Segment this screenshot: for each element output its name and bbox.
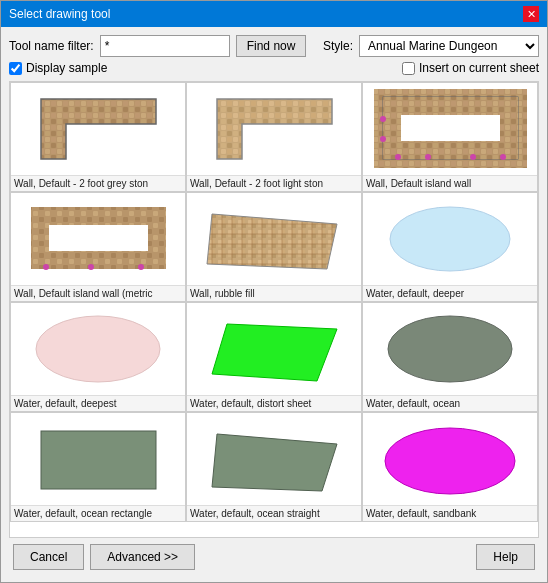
svg-rect-19 xyxy=(383,97,518,115)
svg-point-26 xyxy=(500,154,506,160)
svg-point-36 xyxy=(43,264,49,270)
tool-label-wall-island-metric: Wall, Default island wall (metric xyxy=(11,285,185,301)
svg-point-25 xyxy=(470,154,476,160)
insert-on-sheet-checkbox[interactable] xyxy=(402,62,415,75)
advanced-button[interactable]: Advanced >> xyxy=(90,544,195,570)
tool-label-wall-island: Wall, Default island wall xyxy=(363,175,537,191)
insert-checkbox-label: Insert on current sheet xyxy=(402,61,539,75)
svg-point-53 xyxy=(385,428,515,494)
tool-preview-water-deeper xyxy=(363,193,537,285)
tools-grid: Wall, Default - 2 foot grey ston xyxy=(10,82,538,522)
dialog-content: Tool name filter: Find now Style: Annual… xyxy=(1,27,547,582)
tool-item-water-deepest[interactable]: Water, default, deepest xyxy=(10,302,186,412)
display-sample-label: Display sample xyxy=(9,61,107,75)
tool-label-wall-grey: Wall, Default - 2 foot grey ston xyxy=(11,175,185,191)
svg-point-50 xyxy=(388,316,512,382)
style-label: Style: xyxy=(323,39,353,53)
svg-rect-32 xyxy=(31,207,166,225)
tool-label-water-ocean-rect: Water, default, ocean rectangle xyxy=(11,505,185,521)
tool-item-water-ocean[interactable]: Water, default, ocean xyxy=(362,302,538,412)
svg-point-24 xyxy=(425,154,431,160)
help-button[interactable]: Help xyxy=(476,544,535,570)
svg-rect-51 xyxy=(41,431,156,489)
tool-label-wall-rubble: Wall, rubble fill xyxy=(187,285,361,301)
style-row: Style: Annual Marine Dungeon xyxy=(323,35,539,57)
tool-item-wall-grey[interactable]: Wall, Default - 2 foot grey ston xyxy=(10,82,186,192)
tool-label-water-deepest: Water, default, deepest xyxy=(11,395,185,411)
svg-point-37 xyxy=(88,264,94,270)
tool-item-water-deeper[interactable]: Water, default, deeper xyxy=(362,192,538,302)
tool-preview-water-sandbank xyxy=(363,413,537,505)
svg-marker-49 xyxy=(212,324,337,381)
tool-label-water-distort: Water, default, distort sheet xyxy=(187,395,361,411)
tool-item-water-ocean-rect[interactable]: Water, default, ocean rectangle xyxy=(10,412,186,522)
svg-rect-21 xyxy=(383,97,401,159)
tool-preview-water-ocean-straight xyxy=(187,413,361,505)
display-sample-text: Display sample xyxy=(26,61,107,75)
tools-grid-container[interactable]: Wall, Default - 2 foot grey ston xyxy=(9,81,539,538)
tool-item-wall-light[interactable]: Wall, Default - 2 foot light ston xyxy=(186,82,362,192)
svg-rect-20 xyxy=(383,141,518,159)
svg-rect-22 xyxy=(500,97,518,159)
find-now-button[interactable]: Find now xyxy=(236,35,307,57)
tool-preview-water-deepest xyxy=(11,303,185,395)
tool-item-wall-rubble[interactable]: Wall, rubble fill xyxy=(186,192,362,302)
svg-point-48 xyxy=(36,316,160,382)
svg-point-28 xyxy=(380,136,386,142)
tool-item-wall-island-metric[interactable]: Wall, Default island wall (metric xyxy=(10,192,186,302)
tool-label-water-sandbank: Water, default, sandbank xyxy=(363,505,537,521)
top-row: Tool name filter: Find now Style: Annual… xyxy=(9,35,539,57)
cancel-button[interactable]: Cancel xyxy=(13,544,84,570)
tool-preview-wall-island-metric xyxy=(11,193,185,285)
svg-marker-5 xyxy=(41,99,156,159)
svg-marker-52 xyxy=(212,434,337,491)
svg-point-47 xyxy=(390,207,510,271)
tool-preview-wall-light xyxy=(187,83,361,175)
tool-label-wall-light: Wall, Default - 2 foot light ston xyxy=(187,175,361,191)
title-bar: Select drawing tool ✕ xyxy=(1,1,547,27)
tool-preview-water-ocean-rect xyxy=(11,413,185,505)
style-select[interactable]: Annual Marine Dungeon xyxy=(359,35,539,57)
filter-label: Tool name filter: xyxy=(9,39,94,53)
svg-rect-35 xyxy=(148,207,166,269)
tool-label-water-deeper: Water, default, deeper xyxy=(363,285,537,301)
bottom-bar: Cancel Advanced >> Help xyxy=(9,538,539,574)
tool-item-wall-island[interactable]: Wall, Default island wall xyxy=(362,82,538,192)
tool-label-water-ocean-straight: Water, default, ocean straight xyxy=(187,505,361,521)
dialog: Select drawing tool ✕ Tool name filter: … xyxy=(0,0,548,583)
second-row: Display sample Insert on current sheet xyxy=(9,61,539,75)
svg-point-38 xyxy=(138,264,144,270)
tool-preview-wall-grey xyxy=(11,83,185,175)
tool-preview-wall-island xyxy=(363,83,537,175)
tool-preview-wall-rubble xyxy=(187,193,361,285)
insert-on-sheet-text: Insert on current sheet xyxy=(419,61,539,75)
svg-point-23 xyxy=(395,154,401,160)
close-button[interactable]: ✕ xyxy=(523,6,539,22)
dialog-title: Select drawing tool xyxy=(9,7,110,21)
tool-preview-water-ocean xyxy=(363,303,537,395)
tool-item-water-sandbank[interactable]: Water, default, sandbank xyxy=(362,412,538,522)
display-sample-checkbox[interactable] xyxy=(9,62,22,75)
filter-input[interactable] xyxy=(100,35,230,57)
svg-marker-11 xyxy=(217,99,332,159)
svg-marker-46 xyxy=(207,214,337,269)
tool-label-water-ocean: Water, default, ocean xyxy=(363,395,537,411)
tool-preview-water-distort xyxy=(187,303,361,395)
svg-rect-33 xyxy=(31,251,166,269)
svg-rect-34 xyxy=(31,207,49,269)
svg-point-27 xyxy=(380,116,386,122)
tool-item-water-ocean-straight[interactable]: Water, default, ocean straight xyxy=(186,412,362,522)
tool-item-water-distort[interactable]: Water, default, distort sheet xyxy=(186,302,362,412)
bottom-left-buttons: Cancel Advanced >> xyxy=(13,544,195,570)
